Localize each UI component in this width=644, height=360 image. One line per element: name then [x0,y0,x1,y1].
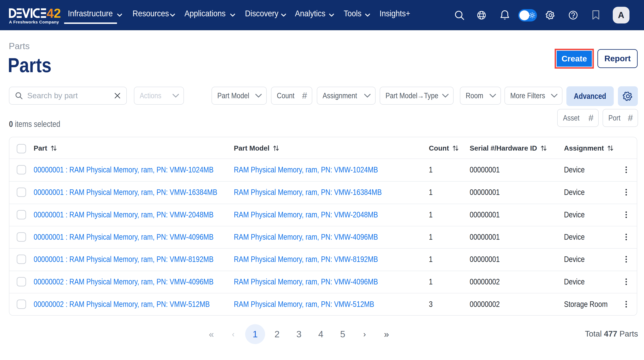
svg-text:2: 2 [54,8,61,18]
svg-text:4: 4 [46,8,54,18]
